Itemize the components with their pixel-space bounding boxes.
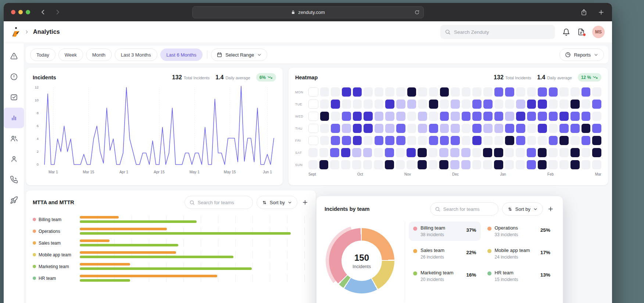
heatmap-cell[interactable] <box>440 124 449 133</box>
heatmap-cell[interactable] <box>352 148 361 157</box>
sidebar-item-analytics[interactable] <box>4 108 24 128</box>
address-bar[interactable]: zenduty.com <box>192 6 424 18</box>
heatmap-cell[interactable] <box>440 87 449 97</box>
heatmap-cell[interactable] <box>331 124 340 133</box>
select-range-button[interactable]: Select Range <box>211 48 267 61</box>
heatmap-cell[interactable] <box>516 160 525 169</box>
mtta-team-search-input[interactable] <box>198 200 248 205</box>
heatmap-cell[interactable] <box>570 124 580 133</box>
filter-pill[interactable]: Week <box>58 48 83 61</box>
heatmap-cell[interactable] <box>559 112 569 121</box>
heatmap-cell[interactable] <box>320 112 329 121</box>
heatmap-cell[interactable] <box>538 160 547 169</box>
heatmap-cell[interactable] <box>527 87 536 97</box>
heatmap-cell[interactable] <box>592 87 601 97</box>
heatmap-cell[interactable] <box>385 87 394 97</box>
heatmap-cell[interactable] <box>319 148 329 157</box>
heatmap-cell[interactable] <box>538 124 547 133</box>
heatmap-cell[interactable] <box>407 160 416 169</box>
heatmap-cell[interactable] <box>418 124 427 133</box>
heatmap-cell[interactable] <box>418 87 427 97</box>
heatmap-cell[interactable] <box>570 100 580 109</box>
mtta-team-search[interactable] <box>185 196 253 209</box>
heatmap-cell[interactable] <box>559 160 569 169</box>
heatmap-cell[interactable] <box>559 100 569 109</box>
heatmap-cell[interactable] <box>549 87 558 97</box>
heatmap-cell[interactable] <box>418 112 427 121</box>
heatmap-cell[interactable] <box>527 112 536 121</box>
heatmap-cell[interactable] <box>516 100 525 109</box>
heatmap-cell[interactable] <box>342 136 351 145</box>
team-search[interactable] <box>430 202 498 216</box>
heatmap-cell[interactable] <box>538 100 547 109</box>
heatmap-cell[interactable] <box>559 148 569 157</box>
filter-pill[interactable]: Last 6 Months <box>160 48 203 61</box>
heatmap-cell[interactable] <box>450 160 459 169</box>
heatmap-cell[interactable] <box>375 124 384 133</box>
heatmap-cell[interactable] <box>538 148 547 157</box>
user-avatar[interactable]: MS <box>592 26 605 38</box>
heatmap-cell[interactable] <box>364 124 373 133</box>
heatmap-cell[interactable] <box>331 112 340 121</box>
heatmap-cell[interactable] <box>385 124 394 133</box>
heatmap-cell[interactable] <box>308 136 318 145</box>
heatmap-cell[interactable] <box>418 148 427 157</box>
heatmap-cell[interactable] <box>570 112 580 121</box>
heatmap-cell[interactable] <box>364 136 373 145</box>
filter-pill[interactable]: Today <box>30 48 56 61</box>
heatmap-cell[interactable] <box>375 112 384 121</box>
heatmap-cell[interactable] <box>472 124 482 133</box>
heatmap-cell[interactable] <box>549 100 558 109</box>
zoom-window-button[interactable] <box>26 10 30 14</box>
heatmap-cell[interactable] <box>341 160 350 169</box>
changelog-document-icon[interactable] <box>577 28 585 36</box>
heatmap-cell[interactable] <box>450 148 459 157</box>
heatmap-cell[interactable] <box>353 124 362 133</box>
heatmap-cell[interactable] <box>472 148 482 157</box>
heatmap-cell[interactable] <box>396 112 405 121</box>
heatmap-cell[interactable] <box>330 148 339 157</box>
heatmap-cell[interactable] <box>429 160 438 169</box>
heatmap-cell[interactable] <box>592 124 601 133</box>
heatmap-cell[interactable] <box>330 160 339 169</box>
heatmap-cell[interactable] <box>516 136 525 145</box>
heatmap-cell[interactable] <box>494 124 504 133</box>
heatmap-cell[interactable] <box>439 148 448 157</box>
back-icon[interactable] <box>40 9 46 15</box>
legend-item[interactable]: Sales team26 incidents22% <box>409 244 481 263</box>
heatmap-cell[interactable] <box>385 100 394 109</box>
heatmap-cell[interactable] <box>308 124 318 133</box>
heatmap-cell[interactable] <box>494 87 504 97</box>
new-tab-icon[interactable] <box>598 9 605 16</box>
heatmap-cell[interactable] <box>582 87 591 97</box>
heatmap-cell[interactable] <box>451 112 460 121</box>
heatmap-cell[interactable] <box>396 136 405 145</box>
sidebar-item-alerts[interactable] <box>4 66 24 87</box>
heatmap-cell[interactable] <box>592 148 601 157</box>
heatmap-cell[interactable] <box>570 160 580 169</box>
heatmap-cell[interactable] <box>320 87 329 97</box>
heatmap-cell[interactable] <box>353 87 362 97</box>
heatmap-cell[interactable] <box>505 112 514 121</box>
heatmap-cell[interactable] <box>516 124 525 133</box>
heatmap-cell[interactable] <box>342 87 351 97</box>
heatmap-cell[interactable] <box>407 87 416 97</box>
heatmap-cell[interactable] <box>505 136 514 145</box>
heatmap-cell[interactable] <box>570 136 580 145</box>
heatmap-cell[interactable] <box>331 136 340 145</box>
heatmap-cell[interactable] <box>352 160 361 169</box>
heatmap-cell[interactable] <box>429 124 438 133</box>
team-sort-button[interactable]: Sort by <box>502 202 543 216</box>
heatmap-cell[interactable] <box>548 148 558 157</box>
heatmap-cell[interactable] <box>451 136 460 145</box>
heatmap-cell[interactable] <box>549 124 558 133</box>
heatmap-cell[interactable] <box>440 112 449 121</box>
sidebar-item-oncall[interactable] <box>4 169 24 190</box>
heatmap-cell[interactable] <box>494 112 504 121</box>
zenduty-logo[interactable] <box>10 26 21 37</box>
heatmap-cell[interactable] <box>472 160 482 169</box>
heatmap-cell[interactable] <box>494 136 504 145</box>
team-search-input[interactable] <box>443 206 494 212</box>
heatmap-cell[interactable] <box>440 136 449 145</box>
heatmap-cell[interactable] <box>582 112 591 121</box>
